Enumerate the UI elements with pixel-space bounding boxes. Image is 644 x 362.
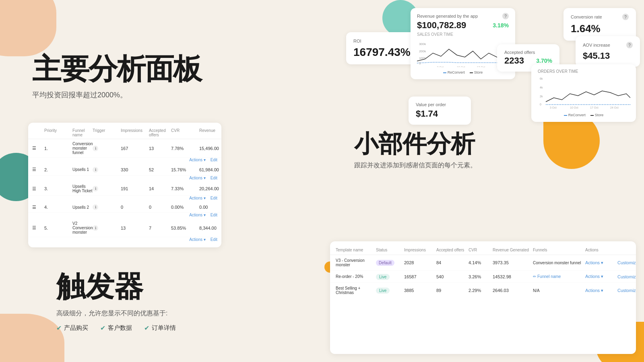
roi-value: 16797.43% [353,46,419,59]
widget-section: Priority Funnel name Trigger Impressions… [0,119,330,235]
table-row: ☰ 1. Conversion monster funnel ℹ 167 13 … [28,139,221,158]
info-icon[interactable]: ℹ [93,225,98,231]
check-icon: ✔ [56,324,62,332]
edit-button[interactable]: Edit [211,196,217,200]
widget-table-card: Priority Funnel name Trigger Impressions… [28,123,221,247]
table-row: ☰ 2. Upsells 1 ℹ 330 52 15.76% 61,984.00 [28,164,221,176]
revenue-label: Revenue generated by the app ? [417,13,509,19]
revenue-value: $100,782.89 [417,20,466,31]
table-row: ☰ 4. Upsells 2 ℹ 0 0 0.00% 0.00 Default [28,202,221,213]
revenue-help-icon[interactable]: ? [502,13,509,19]
svg-text:0: 0 [419,62,421,65]
table-row: ☰ 3. Upsells High Ticket ℹ 191 14 7.33% … [28,182,221,196]
svg-text:0: 0 [540,103,541,106]
info-icon[interactable]: ℹ [93,167,98,173]
actions-link[interactable]: Actions ▾ [585,274,617,279]
conversion-label: Conversion rate ? [571,14,629,20]
widget-analysis-title: 小部件分析 [354,131,620,157]
trigger-feature-3: ✔ 订单详情 [144,324,176,332]
orders-legend: ReConvert Store [538,113,630,117]
trigger-feature-2: ✔ 客户数据 [100,324,132,332]
info-icon[interactable]: ℹ [93,204,98,210]
conversion-help-icon[interactable]: ? [622,14,629,20]
edit-button[interactable]: Edit [211,213,217,217]
revenue-chart-label: SALES OVER TIME [417,32,509,37]
svg-text:200k: 200k [419,49,426,53]
table-row: ☰ 5. V2 Conversion monster ℹ 13 7 53.85%… [28,219,221,237]
template-section: Template name Status Impressions Accepte… [330,241,636,354]
svg-text:2k: 2k [540,95,543,98]
value-label: Value per order [416,102,464,107]
badge-live: Live [376,274,390,280]
actions-link[interactable]: Actions ▾ [585,288,617,293]
revenue-value-row: $100,782.89 3.18% [417,20,509,31]
trigger-title: 触发器 [56,267,322,306]
conversion-value: 1.64% [571,23,629,35]
svg-text:3 Oct: 3 Oct [437,66,444,67]
table-row-actions: Actions ▾ Edit [28,176,221,182]
edit-button[interactable]: Edit [211,158,217,162]
template-table-header: Template name Status Impressions Accepte… [330,245,636,255]
customize-link[interactable]: Customize [617,288,636,293]
svg-text:10 Oct: 10 Oct [457,66,465,67]
info-icon[interactable]: ℹ [93,186,98,191]
page: 主要分析面板 平均投资回报率超过2000%。 ROI ? 16797.43% R… [0,0,644,362]
actions-button[interactable]: Actions ▾ [189,213,206,217]
check-icon: ✔ [100,324,105,332]
svg-text:6k: 6k [540,77,543,80]
funnel-name-editable[interactable]: ✏ Funnel name [533,274,585,279]
customize-link[interactable]: Customize [617,274,636,279]
actions-button[interactable]: Actions ▾ [189,196,206,200]
svg-text:4k: 4k [540,86,543,89]
info-icon[interactable]: ℹ [93,146,98,151]
template-table-row: V3 - Conversion monster Default 2028 84 … [330,255,636,271]
accepted-pct: 3.70% [536,58,552,64]
revenue-chart: 300k 200k 100k 0 3 Oct 10 Oct 17 Oct 24 … [417,39,509,67]
svg-text:17 Oct: 17 Oct [590,106,599,109]
trigger-subtitle: 高级细分，允许您显示不同的优惠基于: [56,309,322,318]
actions-link[interactable]: Actions ▾ [585,260,617,265]
value-value: $1.74 [416,109,464,119]
edit-button[interactable]: Edit [211,176,217,180]
template-table-card: Template name Status Impressions Accepte… [330,241,636,354]
svg-text:24 Oct: 24 Oct [610,106,619,109]
check-icon: ✔ [144,324,149,332]
aov-value: $45.13 [583,51,633,61]
actions-button[interactable]: Actions ▾ [189,158,206,162]
main-analytics-section: 主要分析面板 平均投资回报率超过2000%。 [0,0,322,129]
conversion-card: Conversion rate ? 1.64% [564,8,636,41]
widget-analysis-subtitle: 跟踪并改进添加到感谢信页面的每个元素。 [354,161,620,170]
trigger-feature-1: ✔ 产品购买 [56,324,88,332]
svg-text:10 Oct: 10 Oct [570,106,578,109]
actions-button[interactable]: Actions ▾ [189,176,206,180]
widget-analysis-section: 小部件分析 跟踪并改进添加到感谢信页面的每个元素。 [330,119,644,182]
trigger-section: 触发器 高级细分，允许您显示不同的优惠基于: ✔ 产品购买 ✔ 客户数据 ✔ 订… [0,237,322,362]
orders-chart: 6k 4k 2k 0 3 Oct 10 Oct 17 Oct 24 Oct [538,74,630,110]
table-row-actions: Actions ▾ Edit [28,213,221,219]
svg-text:300k: 300k [419,42,426,46]
table-row-actions: Actions ▾ Edit [28,158,221,164]
customize-link[interactable]: Customize [617,260,636,265]
template-table-row: Best Selling + Christmas Live 3885 89 2.… [330,283,636,298]
svg-text:17 Oct: 17 Oct [477,66,485,67]
trigger-features: ✔ 产品购买 ✔ 客户数据 ✔ 订单详情 [56,324,322,332]
svg-text:3 Oct: 3 Oct [550,106,557,109]
aov-label: AOV increase ? [583,42,633,48]
revenue-pct: 3.18% [493,22,509,29]
accepted-label: Accepted offers [504,50,552,55]
dashboard-cards: ROI ? 16797.43% Revenue generated by the… [346,4,636,133]
badge-live: Live [376,288,390,294]
table-row-actions: Actions ▾ Edit [28,196,221,202]
svg-text:100k: 100k [419,56,426,60]
aov-card: AOV increase ? $45.13 [576,36,640,67]
roi-label: ROI ? [353,38,419,44]
main-analytics-subtitle: 平均投资回报率超过2000%。 [32,90,322,100]
aov-help-icon[interactable]: ? [626,42,633,48]
revenue-legend: ReConvert Store [417,70,509,74]
orders-card: ORDERS OVER TIME 6k 4k 2k 0 3 Oct 10 Oct… [531,64,636,122]
badge-default-tmpl: Default [376,260,394,266]
orders-label: ORDERS OVER TIME [538,69,630,74]
accepted-value: 2233 [504,56,524,66]
main-analytics-title: 主要分析面板 [32,53,322,85]
widget-table-header: Priority Funnel name Trigger Impressions… [28,127,221,139]
